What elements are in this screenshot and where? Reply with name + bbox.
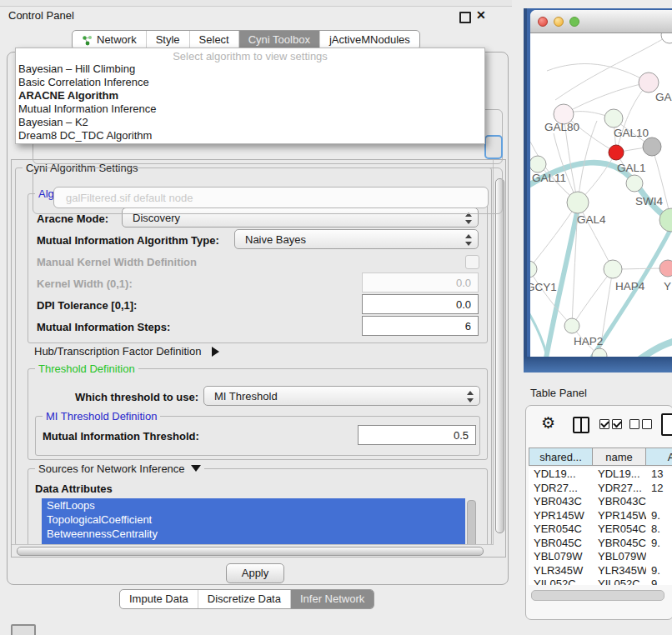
column-header[interactable]: shared... [529,448,593,466]
network-frame-bottom-band [524,357,672,372]
network-node[interactable] [592,348,607,357]
table-row[interactable]: YDL19...YDL19...13 [529,468,672,482]
algorithm-option[interactable]: Mutual Information Inference [16,102,484,116]
tab-style[interactable]: Style [146,31,189,49]
top-strip [0,0,512,7]
dpi-tolerance-field[interactable]: 0.0 [362,294,479,314]
algorithm-option[interactable]: Basic Correlation Inference [16,76,484,89]
tab-label: Cyni Toolbox [248,31,310,49]
network-node-gal1[interactable] [609,145,624,160]
mi-steps-field[interactable]: 6 [362,316,479,336]
table-row[interactable]: YBR043CYBR043C [529,495,672,509]
node-label: Y [664,280,671,292]
aracne-mode-label: Aracne Mode: [37,212,108,225]
table-row[interactable]: YPR145WYPR145W9. [529,509,672,523]
combo-stepper-icon [467,391,474,402]
column-header[interactable]: name [592,448,646,466]
table-header-row: shared...nameA [529,448,672,466]
table-row[interactable]: YIL052CYIL052C9. [529,578,672,585]
minimize-window-icon[interactable] [554,17,564,27]
network-node[interactable] [661,33,672,43]
which-threshold-combo[interactable]: MI Threshold [203,386,480,406]
network-node-gal[interactable] [639,72,659,92]
table-row[interactable]: YLR345WYLR345W9. [529,564,672,578]
table-cell: YER054C [529,522,593,537]
close-panel-icon[interactable]: ✕ [476,8,486,22]
unchecked-boxes-icon[interactable] [629,419,654,432]
checked-boxes-icon[interactable] [599,419,624,432]
table-row[interactable]: YBR045CYBR045C9. [529,537,672,551]
minimized-panel-icon[interactable] [11,624,36,635]
collapsed-arrow-icon [212,347,219,357]
expanded-arrow-icon [191,465,201,472]
algorithm-option[interactable]: Dream8 DC_TDC Algorithm [16,129,484,142]
algorithm-option[interactable]: ARACNE Algorithm [16,89,484,102]
tab-label: jActiveMNodules [329,31,410,49]
hub-section-toggle[interactable]: Hub/Transcription Factor Definition [34,345,219,358]
node-label: GAL [655,91,672,103]
mi-type-combo[interactable]: Naive Bayes [234,229,479,249]
float-panel-icon[interactable] [459,12,471,23]
table-row[interactable]: YDR27...YDR27...12 [529,482,672,496]
tab-network[interactable]: Network [73,31,146,49]
split-columns-icon[interactable] [573,417,589,433]
network-window-titlebar[interactable] [530,10,672,33]
node-label: GAL10 [614,127,649,139]
tab-label: Discretize Data [208,590,281,608]
table-row[interactable]: YER054CYER054C8. [529,522,672,537]
attribute-item[interactable]: SelfLoops [42,498,465,512]
mi-threshold-label: Mutual Information Threshold: [43,430,199,442]
node-label: HAP2 [574,335,603,348]
network-node-swi4[interactable] [626,175,643,192]
tab-infer-network[interactable]: Infer Network [290,590,374,608]
column-header[interactable]: A [645,448,672,466]
apply-button[interactable]: Apply [226,563,284,583]
network-node-gal4[interactable] [567,192,589,213]
mi-threshold-field[interactable]: 0.5 [358,425,476,445]
tab-cyni-toolbox[interactable]: Cyni Toolbox [238,31,319,49]
algorithm-option[interactable]: Bayesian – K2 [16,116,484,129]
settings-vertical-scrollbar[interactable] [493,160,505,557]
tab-jactivemnodules[interactable]: jActiveMNodules [319,31,419,49]
network-node-hap2[interactable] [564,318,579,333]
gear-icon[interactable]: ⚙ [541,413,555,432]
network-node-gcy1[interactable] [530,261,537,278]
panel-icon[interactable] [661,413,672,436]
close-window-icon[interactable] [538,17,548,27]
combo-stepper-icon [465,234,472,246]
data-attributes-label: Data Attributes [35,482,113,495]
network-selector-combo[interactable]: galFiltered.sif default node [53,187,489,208]
which-threshold-label: Which threshold to use: [75,391,198,403]
table-cell: YDL19... [529,468,593,482]
sources-title[interactable]: Sources for Network Inference [35,462,204,475]
settings-horizontal-scrollbar[interactable] [12,544,494,557]
table-cell: YDL19... [593,468,646,482]
table-cell: YBR043C [529,495,593,509]
algorithm-dropdown-placeholder: Select algorithm to view settings [16,48,484,62]
table-row[interactable]: YBL079WYBL079W [529,550,672,564]
vertical-scroll-thumb[interactable] [495,178,504,533]
network-canvas[interactable]: GALGAL80GAL10GAL1GAL11SWI4GAL4GCY1HAP4YH… [530,33,672,357]
manual-kernel-label: Manual Kernel Width Definition [37,256,197,268]
tab-impute-data[interactable]: Impute Data [120,590,198,608]
network-node-hap4[interactable] [604,260,622,278]
table-cell: YBR045C [593,537,646,551]
tab-label: Impute Data [129,590,188,608]
tab-discretize-data[interactable]: Discretize Data [198,590,290,608]
tab-label: Select [199,31,229,49]
network-node-y[interactable] [659,260,672,277]
zoom-window-icon[interactable] [569,17,579,27]
table-cell: YBL079W [529,550,593,564]
attribute-item[interactable]: BetweennessCentrality [42,527,465,541]
network-node[interactable] [643,138,661,156]
horizontal-scroll-thumb[interactable] [17,547,484,556]
table-cell: YBR043C [593,495,646,509]
attribute-item[interactable]: TopologicalCoefficient [42,512,465,527]
table-horizontal-scroll-thumb[interactable] [531,590,664,601]
manual-kernel-checkbox[interactable] [465,255,479,269]
algorithm-option[interactable]: Bayesian – Hill Climbing [16,62,484,76]
tab-select[interactable]: Select [189,31,238,49]
network-node-gal11[interactable] [530,156,546,172]
table-panel-title: Table Panel [530,387,587,399]
network-node-gal10[interactable] [604,109,623,128]
